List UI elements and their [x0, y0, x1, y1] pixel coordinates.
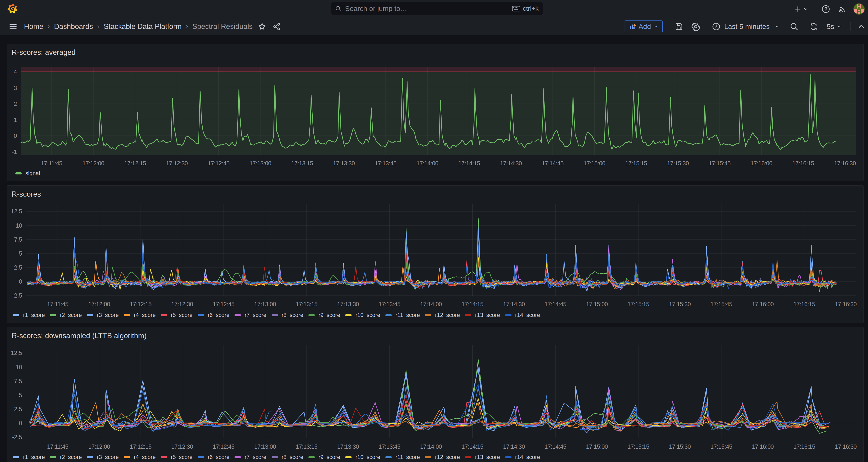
svg-text:17:12:00: 17:12:00	[83, 160, 104, 166]
svg-text:17:13:30: 17:13:30	[337, 301, 359, 307]
svg-text:1: 1	[14, 117, 17, 123]
svg-text:12.5: 12.5	[11, 349, 22, 356]
svg-text:17:12:15: 17:12:15	[130, 301, 152, 307]
svg-text:17:16:00: 17:16:00	[752, 443, 774, 450]
svg-text:-2.5: -2.5	[12, 434, 22, 440]
svg-text:17:13:30: 17:13:30	[333, 160, 354, 166]
svg-text:17:15:15: 17:15:15	[625, 160, 647, 166]
svg-text:17:15:15: 17:15:15	[627, 301, 649, 307]
svg-text:17:13:15: 17:13:15	[296, 443, 317, 450]
svg-text:17:16:30: 17:16:30	[835, 301, 857, 307]
svg-text:17:15:30: 17:15:30	[669, 301, 690, 307]
svg-text:17:11:45: 17:11:45	[47, 443, 68, 450]
svg-text:0: 0	[14, 132, 17, 139]
svg-text:17:13:45: 17:13:45	[379, 301, 400, 307]
svg-text:17:15:45: 17:15:45	[710, 301, 732, 307]
svg-text:7.5: 7.5	[14, 378, 22, 384]
svg-text:17:16:00: 17:16:00	[750, 160, 772, 166]
svg-text:17:14:45: 17:14:45	[545, 301, 566, 307]
svg-text:-1: -1	[12, 149, 17, 155]
svg-text:17:15:15: 17:15:15	[627, 443, 649, 450]
svg-text:17:15:00: 17:15:00	[586, 301, 608, 307]
svg-text:17:12:15: 17:12:15	[124, 160, 146, 166]
svg-text:-2.5: -2.5	[12, 292, 22, 299]
svg-text:17:11:45: 17:11:45	[41, 160, 62, 166]
svg-text:17:15:00: 17:15:00	[584, 160, 605, 166]
svg-text:17:15:00: 17:15:00	[586, 443, 608, 450]
svg-text:0: 0	[19, 278, 22, 285]
svg-text:2: 2	[14, 100, 17, 107]
svg-text:17:12:45: 17:12:45	[213, 301, 234, 307]
svg-text:17:14:30: 17:14:30	[503, 443, 525, 450]
svg-text:17:12:30: 17:12:30	[172, 301, 193, 307]
svg-text:17:14:30: 17:14:30	[503, 301, 525, 307]
svg-text:17:15:45: 17:15:45	[709, 160, 731, 166]
svg-text:17:13:45: 17:13:45	[375, 160, 396, 166]
svg-text:17:16:15: 17:16:15	[794, 443, 815, 450]
svg-text:17:11:45: 17:11:45	[47, 301, 68, 307]
svg-text:17:14:00: 17:14:00	[420, 443, 442, 450]
svg-text:17:15:45: 17:15:45	[710, 443, 732, 450]
svg-text:17:13:00: 17:13:00	[249, 160, 271, 166]
svg-text:10: 10	[16, 222, 22, 229]
svg-text:17:16:30: 17:16:30	[834, 160, 856, 166]
svg-text:17:14:30: 17:14:30	[500, 160, 522, 166]
svg-text:12.5: 12.5	[11, 208, 22, 215]
svg-text:4: 4	[14, 68, 17, 75]
svg-text:17:14:15: 17:14:15	[462, 301, 483, 307]
svg-text:2.5: 2.5	[14, 264, 22, 271]
svg-text:17:14:00: 17:14:00	[416, 160, 438, 166]
svg-text:17:12:00: 17:12:00	[88, 301, 110, 307]
svg-text:10: 10	[16, 364, 22, 370]
svg-text:17:15:30: 17:15:30	[667, 160, 689, 166]
svg-text:17:13:15: 17:13:15	[291, 160, 313, 166]
svg-text:17:12:15: 17:12:15	[130, 443, 152, 450]
svg-text:17:12:45: 17:12:45	[213, 443, 234, 450]
svg-text:17:13:15: 17:13:15	[296, 301, 317, 307]
svg-text:7.5: 7.5	[14, 236, 22, 243]
svg-text:17:16:00: 17:16:00	[752, 301, 774, 307]
svg-text:0: 0	[19, 420, 22, 426]
svg-text:5: 5	[19, 250, 22, 257]
svg-text:17:14:15: 17:14:15	[458, 160, 480, 166]
svg-text:17:13:00: 17:13:00	[254, 443, 276, 450]
svg-text:17:14:00: 17:14:00	[420, 301, 442, 307]
svg-text:5: 5	[19, 392, 22, 398]
svg-text:17:16:30: 17:16:30	[835, 443, 857, 450]
svg-text:17:16:15: 17:16:15	[794, 301, 815, 307]
svg-text:17:12:30: 17:12:30	[166, 160, 188, 166]
svg-text:17:14:45: 17:14:45	[542, 160, 563, 166]
svg-text:17:12:45: 17:12:45	[208, 160, 229, 166]
svg-text:17:14:45: 17:14:45	[545, 443, 566, 450]
svg-text:17:12:30: 17:12:30	[172, 443, 193, 450]
svg-text:2.5: 2.5	[14, 406, 22, 412]
svg-text:17:12:00: 17:12:00	[88, 443, 110, 450]
svg-text:17:15:30: 17:15:30	[669, 443, 690, 450]
svg-text:17:13:00: 17:13:00	[254, 301, 276, 307]
svg-text:17:16:15: 17:16:15	[792, 160, 814, 166]
svg-text:3: 3	[14, 85, 17, 91]
svg-text:17:13:30: 17:13:30	[337, 443, 359, 450]
svg-text:17:13:45: 17:13:45	[379, 443, 400, 450]
svg-text:17:14:15: 17:14:15	[462, 443, 483, 450]
